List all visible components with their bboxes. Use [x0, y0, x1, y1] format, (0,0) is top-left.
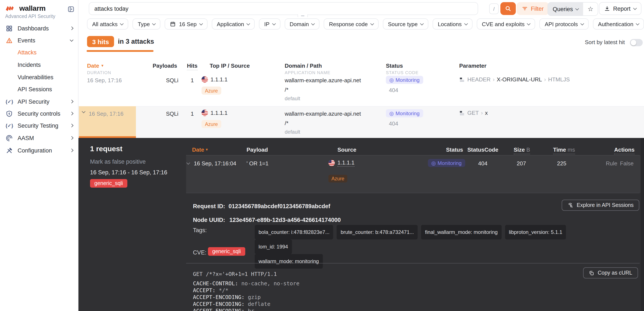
row-status-code: 404 [389, 87, 398, 93]
sidebar-item-label: Incidents [6, 61, 73, 68]
explore-button-label: Explore in API Sessions [577, 202, 634, 208]
status-label: Monitoring [396, 77, 420, 83]
sort-desc-icon: ▼ [101, 64, 104, 68]
star-icon: ☆ [588, 5, 594, 13]
row-application: default [285, 95, 300, 101]
queries-group: Queries ☆ [548, 2, 598, 16]
sidebar-item-security-testing[interactable]: {✓} Security Testing [0, 119, 78, 131]
param-location: GET [467, 110, 479, 116]
copy-as-curl-button[interactable]: Copy as cURL [583, 267, 638, 279]
chevron-separator: › [481, 110, 483, 116]
request-ip[interactable]: 1.1.1.1 [338, 159, 354, 167]
hits-count-badge: 3 hits [87, 36, 114, 47]
braces-check-icon: {✓} [6, 123, 13, 128]
hits-context: in 3 attacks [118, 38, 154, 45]
filter-chip-ip[interactable]: IP [259, 18, 280, 29]
sort-desc-icon: ▼ [204, 148, 208, 152]
node-uuid-value: 123e4567-e89b-12d3-a456-426614174000 [230, 217, 341, 223]
sidebar-item-api-sessions[interactable]: API Sessions [0, 83, 78, 95]
detail-scrollbar[interactable] [640, 138, 644, 311]
explore-api-sessions-button[interactable]: Explore in API Sessions [562, 200, 639, 211]
sort-by-latest-toggle[interactable] [630, 39, 643, 46]
filter-chip-source-type[interactable]: Source type [383, 18, 428, 29]
sidebar-item-vulnerabilities[interactable]: Vulnerabilities [0, 71, 78, 83]
chevron-down-icon [199, 22, 203, 25]
sidebar-item-events[interactable]: Events [0, 34, 78, 46]
detail-header-date[interactable]: Date [192, 146, 204, 153]
column-header-date[interactable]: Date ▼ [87, 62, 104, 69]
search-input[interactable] [89, 2, 478, 15]
tag-chip: libproton_version: 5.1.1 [505, 225, 566, 240]
tag-chip: lom_id: 1994 [255, 240, 292, 254]
row-payload: SQLi [153, 110, 178, 117]
hits-underline [86, 50, 154, 52]
http-header-value: no-cache, no-store [242, 280, 300, 287]
filter-button[interactable]: Filter [517, 2, 549, 15]
header-label: Date [87, 62, 99, 69]
status-label: Monitoring [396, 110, 420, 116]
filter-chip-response-code[interactable]: Response code [324, 18, 378, 29]
sort-by-latest-label: Sort by latest hit [585, 39, 625, 45]
source-tag-azure: Azure [202, 86, 221, 95]
topbar: / Filter Queries ☆ [78, 0, 644, 17]
action-rule-link[interactable]: Rule [606, 160, 618, 167]
chip-label: Type [138, 21, 150, 27]
http-header-value: br [248, 308, 254, 311]
status-label: Monitoring [438, 160, 462, 166]
sidebar-item-dashboards[interactable]: Dashboards [0, 22, 78, 34]
sidebar-item-aasm[interactable]: AASM [0, 132, 78, 144]
http-header-name: ACCEPT-ENCODING: [193, 294, 244, 300]
request-time: 225 [549, 160, 574, 167]
queries-button[interactable]: Queries [548, 2, 583, 15]
filter-icon [522, 5, 528, 11]
param-type: HTMLJS [548, 76, 570, 83]
filter-chip-application[interactable]: Application [212, 18, 255, 29]
filter-chip-api-protocols[interactable]: API protocols [540, 18, 589, 29]
http-header-line: ACCEPT-ENCODING: deflate [193, 301, 270, 307]
filter-chip-row: All attacks Type 16 Sep Application IP D… [78, 17, 644, 31]
param-location: HEADER [467, 76, 490, 83]
favorite-star-button[interactable]: ☆ [583, 2, 598, 15]
chevron-right-icon [70, 26, 74, 30]
app-window: wallarm Advanced API Security Dashboards [0, 0, 644, 311]
sidebar-item-attacks[interactable]: Attacks [0, 46, 78, 58]
filter-chip-type[interactable]: Type [133, 18, 160, 29]
filter-chip-all-attacks[interactable]: All attacks [87, 18, 128, 29]
detail-header-actions: Actions [596, 146, 634, 153]
row-date: 16 Sep, 17:16 [87, 77, 122, 83]
chip-label: Source type [388, 21, 418, 27]
chevron-separator: › [544, 76, 546, 83]
column-header-status: Status [386, 62, 403, 69]
row-application: default [285, 129, 300, 135]
row-status-code: 404 [389, 120, 398, 127]
filter-chip-domain[interactable]: Domain [284, 18, 320, 29]
sidebar-item-api-security[interactable]: {✓} API Security [0, 95, 78, 107]
sidebar-item-configuration[interactable]: Configuration [0, 144, 78, 156]
filter-chip-authentication[interactable]: Authentication [593, 18, 644, 29]
header-unit: B [526, 146, 530, 153]
sidebar-item-security-controls[interactable]: Security controls [0, 107, 78, 119]
header-label: Actions [614, 146, 634, 154]
action-false-link[interactable]: False [620, 160, 634, 167]
filter-chip-date[interactable]: 16 Sep [165, 18, 207, 29]
filter-chip-locations[interactable]: Locations [432, 18, 472, 29]
row-ip[interactable]: 1.1.1.1 [210, 110, 228, 116]
search-button[interactable] [500, 2, 516, 15]
cve-tag-generic-sqli: generic_sqli [208, 247, 245, 256]
sidebar-item-label: API Sessions [6, 86, 73, 92]
row-ip[interactable]: 1.1.1.1 [210, 76, 228, 83]
http-header-line: CACHE-CONTROL: no-cache, no-store [193, 280, 300, 287]
download-icon [604, 5, 610, 11]
collapse-sidebar-icon[interactable] [67, 5, 74, 13]
sidebar-item-incidents[interactable]: Incidents [0, 59, 78, 71]
report-button[interactable]: Report [599, 2, 641, 15]
row-domain: wallarm-example.azure-api.net [285, 77, 361, 83]
chip-label: All attacks [92, 21, 118, 27]
filter-chip-cve[interactable]: CVE and exploits [476, 18, 535, 29]
chevron-down-icon [120, 22, 124, 25]
copy-icon [589, 270, 594, 276]
source-tag-azure: Azure [202, 120, 221, 128]
mark-false-positive-link[interactable]: Mark as false positive [90, 159, 146, 165]
chevron-down-icon [246, 22, 250, 25]
shield-icon [6, 110, 13, 117]
